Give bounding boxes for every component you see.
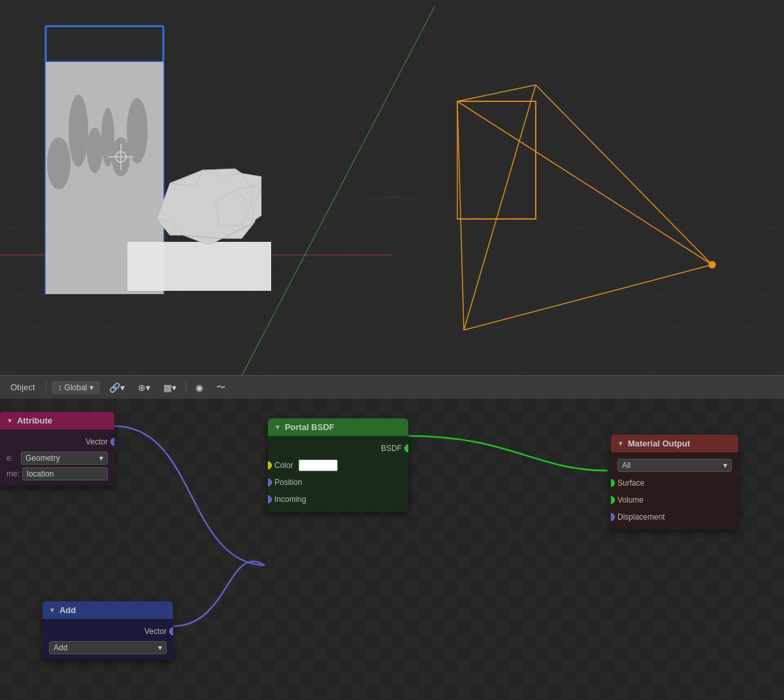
- snap-menu-button[interactable]: 🔗▾: [105, 380, 129, 395]
- toolbar-separator: [46, 381, 46, 394]
- collapse-arrow-icon: ▼: [274, 424, 281, 431]
- svg-marker-41: [252, 190, 261, 222]
- portal-bsdf-node-title: Portal BSDF: [285, 422, 335, 432]
- add-node[interactable]: ▼ Add Vector Add ▾: [42, 601, 173, 659]
- svg-line-12: [392, 196, 784, 340]
- position-input-row: Position: [268, 474, 408, 491]
- transform-icon: ↕: [58, 383, 62, 392]
- add-vector-output-label: Vector: [144, 627, 167, 636]
- svg-line-51: [457, 101, 712, 265]
- surface-socket-in[interactable]: [611, 479, 615, 487]
- transform-orientation-button[interactable]: ↕ Global ▾: [52, 381, 101, 394]
- material-output-node-header: ▼ Material Output: [611, 435, 738, 452]
- material-target-value: All: [622, 461, 630, 470]
- svg-point-27: [47, 137, 71, 190]
- material-output-dropdown-row: All ▾: [611, 456, 738, 475]
- svg-line-49: [536, 85, 712, 265]
- dropdown-arrow-icon: ▾: [99, 454, 103, 463]
- attribute-name-row: me: location: [0, 466, 114, 482]
- svg-line-11: [392, 196, 784, 376]
- dropdown-arrow-icon: ▾: [723, 461, 727, 470]
- bsdf-output-row: BSDF: [268, 440, 408, 457]
- svg-point-32: [127, 98, 148, 163]
- chevron-down-icon: ▾: [90, 383, 93, 392]
- object-mode-label: Object: [5, 380, 41, 394]
- svg-rect-36: [127, 242, 271, 291]
- bsdf-output-label: BSDF: [381, 444, 402, 453]
- svg-marker-39: [203, 169, 242, 176]
- svg-line-10: [392, 196, 653, 376]
- svg-line-15: [392, 196, 784, 229]
- snapping-button[interactable]: ▦▾: [159, 380, 180, 395]
- add-type-dropdown[interactable]: Add ▾: [49, 641, 167, 654]
- incoming-input-label: Incoming: [274, 495, 306, 504]
- attribute-node-body: Vector e: Geometry ▾ me: location: [0, 429, 114, 486]
- color-swatch[interactable]: [299, 459, 338, 471]
- add-node-body: Vector Add ▾: [42, 619, 173, 659]
- material-output-node-body: All ▾ Surface Volume Displacement: [611, 452, 738, 529]
- attribute-type-dropdown[interactable]: Geometry ▾: [21, 452, 108, 465]
- type-prefix-label: e:: [7, 454, 18, 463]
- svg-marker-44: [157, 219, 183, 235]
- node-editor[interactable]: ▼ Attribute Vector e: Geometry ▾ me: l: [0, 399, 784, 700]
- svg-point-28: [69, 95, 88, 167]
- add-type-value: Add: [54, 643, 67, 652]
- portal-bsdf-node-body: BSDF Color Position Incoming: [268, 436, 408, 512]
- add-vector-output-row: Vector: [42, 623, 173, 640]
- dropdown-arrow-icon: ▾: [158, 643, 162, 652]
- displacement-socket-in[interactable]: [611, 513, 615, 521]
- svg-line-52: [464, 85, 536, 330]
- viewport-toolbar: Object ↕ Global ▾ 🔗▾ ⊕▾ ▦▾ ◉ 〜: [0, 375, 784, 399]
- add-second-row: Add ▾: [42, 640, 173, 656]
- svg-line-1: [0, 196, 392, 376]
- position-input-label: Position: [274, 478, 302, 487]
- svg-marker-40: [242, 173, 261, 190]
- svg-line-50: [464, 265, 712, 330]
- svg-rect-53: [457, 101, 536, 219]
- collapse-arrow-icon: ▼: [49, 607, 56, 614]
- attribute-vector-socket-out[interactable]: [110, 438, 114, 446]
- incoming-socket-in[interactable]: [268, 495, 272, 503]
- portal-bsdf-node-header: ▼ Portal BSDF: [268, 418, 408, 436]
- svg-marker-43: [183, 235, 222, 245]
- 3d-viewport[interactable]: Object ↕ Global ▾ 🔗▾ ⊕▾ ▦▾ ◉ 〜: [0, 0, 784, 399]
- svg-marker-46: [235, 186, 252, 206]
- svg-marker-38: [170, 170, 203, 186]
- svg-line-5: [0, 196, 392, 229]
- surface-input-row: Surface: [611, 475, 738, 492]
- svg-point-35: [116, 152, 126, 162]
- attribute-node-header: ▼ Attribute: [0, 412, 114, 429]
- displacement-input-row: Displacement: [611, 508, 738, 525]
- material-output-node-title: Material Output: [628, 439, 690, 448]
- surface-input-label: Surface: [617, 478, 644, 488]
- position-socket-in[interactable]: [268, 478, 272, 486]
- attribute-vector-output-row: Vector: [0, 433, 114, 450]
- color-socket-in[interactable]: [268, 461, 272, 469]
- volume-socket-in[interactable]: [611, 496, 615, 504]
- volume-input-row: Volume: [611, 492, 738, 508]
- svg-rect-26: [46, 62, 163, 294]
- svg-point-54: [709, 261, 715, 268]
- material-output-node[interactable]: ▼ Material Output All ▾ Surface Volume: [611, 435, 738, 529]
- add-vector-socket-out[interactable]: [169, 627, 173, 635]
- name-prefix-label: me:: [7, 469, 20, 478]
- attribute-node[interactable]: ▼ Attribute Vector e: Geometry ▾ me: l: [0, 412, 114, 486]
- svg-line-21: [242, 7, 434, 376]
- attribute-name-input[interactable]: location: [22, 467, 108, 480]
- svg-line-7: [261, 196, 392, 376]
- vector-output-label: Vector: [86, 437, 108, 446]
- attribute-type-row: e: Geometry ▾: [0, 450, 114, 466]
- svg-line-6: [131, 196, 392, 376]
- material-target-dropdown[interactable]: All ▾: [617, 459, 732, 472]
- collapse-arrow-icon: ▼: [7, 417, 13, 424]
- svg-marker-37: [157, 170, 261, 239]
- svg-line-13: [392, 196, 784, 301]
- portal-bsdf-node[interactable]: ▼ Portal BSDF BSDF Color Position: [268, 418, 408, 512]
- viewport-shading-button[interactable]: ◉: [191, 380, 207, 395]
- bsdf-socket-out[interactable]: [404, 444, 408, 452]
- viewport-overlay-button[interactable]: 〜: [212, 380, 229, 395]
- proportional-edit-button[interactable]: ⊕▾: [134, 380, 154, 395]
- attribute-name-value: location: [27, 469, 54, 478]
- svg-point-31: [112, 137, 130, 176]
- svg-line-48: [457, 101, 464, 330]
